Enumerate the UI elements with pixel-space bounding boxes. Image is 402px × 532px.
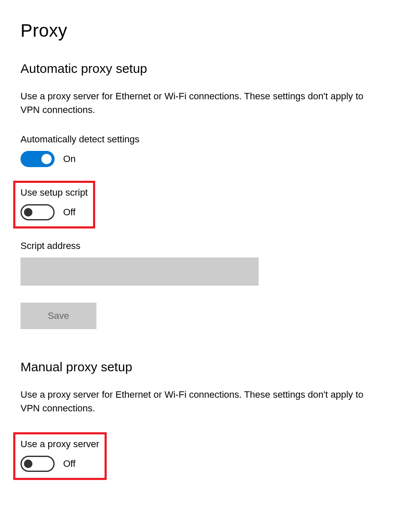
use-proxy-toggle[interactable] <box>20 456 55 472</box>
manual-proxy-heading: Manual proxy setup <box>20 360 382 374</box>
setup-script-label: Use setup script <box>20 187 88 198</box>
use-proxy-state: Off <box>63 458 76 469</box>
script-address-label: Script address <box>20 240 382 252</box>
automatic-proxy-description: Use a proxy server for Ethernet or Wi-Fi… <box>20 90 379 117</box>
use-proxy-highlight: Use a proxy server Off <box>13 432 107 480</box>
setup-script-toggle[interactable] <box>20 204 55 220</box>
use-proxy-label: Use a proxy server <box>20 439 99 450</box>
save-button[interactable]: Save <box>20 303 96 329</box>
toggle-knob-icon <box>41 154 52 164</box>
page-title: Proxy <box>20 20 382 41</box>
auto-detect-setting: Automatically detect settings On <box>20 134 382 167</box>
setup-script-state: Off <box>63 207 76 218</box>
auto-detect-toggle[interactable] <box>20 151 55 167</box>
manual-proxy-description: Use a proxy server for Ethernet or Wi-Fi… <box>20 388 379 415</box>
script-address-setting: Script address <box>20 240 382 286</box>
automatic-proxy-heading: Automatic proxy setup <box>20 61 382 76</box>
script-address-input[interactable] <box>20 257 259 286</box>
auto-detect-label: Automatically detect settings <box>20 134 382 145</box>
auto-detect-state: On <box>63 153 76 165</box>
toggle-knob-icon <box>24 208 32 217</box>
setup-script-highlight: Use setup script Off <box>13 181 95 228</box>
toggle-knob-icon <box>24 460 32 468</box>
